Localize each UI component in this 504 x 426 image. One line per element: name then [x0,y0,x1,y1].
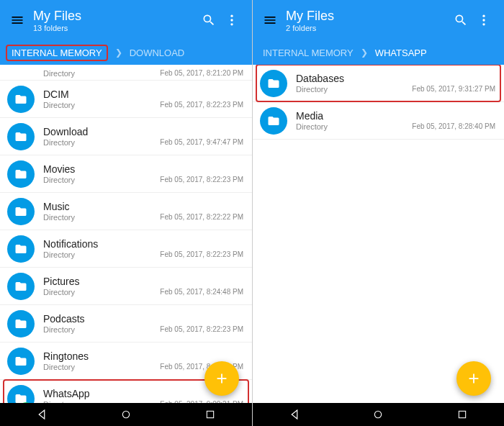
folder-icon [7,310,35,337]
breadcrumb-internal-memory[interactable]: INTERNAL MEMORY [263,47,354,58]
svg-rect-4 [207,411,213,417]
row-date: Feb 05, 2017, 9:47:47 PM [160,138,243,147]
fab-add[interactable] [204,361,239,396]
row-date: Feb 05, 2017, 8:22:22 PM [160,213,243,222]
svg-point-1 [230,19,233,21]
folder-icon [7,273,35,300]
list-item[interactable]: DatabasesDirectoryFeb 05, 2017, 9:31:27 … [253,65,504,102]
row-name: DCIM [43,89,243,100]
row-type: Directory [43,101,75,109]
svg-point-3 [122,411,129,417]
row-name: Music [43,201,243,212]
folder-icon [7,160,35,188]
folder-icon [260,107,287,135]
menu-icon[interactable] [6,13,29,27]
appbar-title: My Files [286,9,449,24]
breadcrumb-whatsapp[interactable]: WHATSAPP [375,47,427,58]
row-date: Feb 05, 2017, 9:31:27 PM [412,85,495,94]
svg-point-5 [482,15,485,17]
list-item[interactable]: PodcastsDirectoryFeb 05, 2017, 8:22:23 P… [0,305,252,343]
row-type: Directory [43,325,75,334]
panel-right: My Files 2 folders INTERNAL MEMORY ❯ WHA… [252,0,504,426]
nav-back-icon[interactable] [273,408,316,421]
breadcrumb-internal-memory[interactable]: INTERNAL MEMORY [6,45,108,61]
row-type: Directory [43,250,75,259]
nav-recent-icon[interactable] [441,409,484,420]
fab-add[interactable] [456,361,491,396]
svg-point-8 [375,411,382,417]
nav-back-icon[interactable] [20,408,63,421]
svg-point-2 [230,23,233,25]
appbar: My Files 2 folders [253,0,504,40]
row-type: Directory [43,138,75,147]
panel-left: My Files 13 folders INTERNAL MEMORY ❯ DO… [0,0,252,426]
appbar-subtitle: 13 folders [33,24,197,32]
search-icon[interactable] [449,13,472,27]
row-date: Feb 05, 2017, 8:24:48 PM [160,288,243,296]
breadcrumbs: INTERNAL MEMORY ❯ WHATSAPP [253,40,504,65]
nav-home-icon[interactable] [104,409,148,420]
list-item[interactable]: MusicDirectoryFeb 05, 2017, 8:22:22 PM [0,193,252,230]
svg-rect-9 [459,411,465,417]
breadcrumb-download[interactable]: DOWNLOAD [130,47,185,58]
row-type: Directory [296,85,328,94]
search-icon[interactable] [197,13,220,27]
menu-icon[interactable] [258,13,282,27]
row-date: Feb 05, 2017, 8:21:20 PM [160,69,243,78]
row-date: Feb 05, 2017, 8:28:40 PM [412,122,495,131]
list-item[interactable]: PicturesDirectoryFeb 05, 2017, 8:24:48 P… [0,268,252,305]
row-name: Media [296,110,495,122]
row-name: Notifications [43,238,243,250]
folder-icon [7,235,35,263]
list-item[interactable]: MoviesDirectoryFeb 05, 2017, 8:22:23 PM [0,155,252,193]
row-name: Databases [296,73,495,84]
folder-icon [7,348,35,375]
svg-point-7 [482,23,485,25]
appbar-title-block: My Files 2 folders [286,9,449,32]
row-name: Download [43,126,243,137]
breadcrumbs: INTERNAL MEMORY ❯ DOWNLOAD [0,40,252,65]
folder-icon [7,198,35,225]
row-date: Feb 05, 2017, 8:22:23 PM [160,325,243,334]
row-date: Feb 05, 2017, 8:22:23 PM [160,101,243,109]
list-item[interactable]: DCIMDirectoryFeb 05, 2017, 8:22:23 PM [0,81,252,118]
appbar-title-block: My Files 13 folders [33,9,197,32]
folder-icon [7,86,35,113]
more-icon[interactable] [220,13,243,27]
more-icon[interactable] [472,13,495,27]
list-item[interactable]: DownloadDirectoryFeb 05, 2017, 9:47:47 P… [0,118,252,155]
row-name: Ringtones [43,350,243,362]
row-type: Directory [296,122,328,131]
android-navbar [0,403,252,426]
row-type: Directory [43,176,75,184]
nav-home-icon[interactable] [356,409,400,420]
svg-point-0 [230,15,233,17]
row-date: Feb 05, 2017, 8:22:23 PM [160,250,243,259]
android-navbar [253,403,504,426]
row-name: Pictures [43,276,243,287]
appbar-title: My Files [33,9,197,24]
row-type: Directory [43,363,75,371]
appbar-subtitle: 2 folders [286,24,449,32]
row-type: Directory [43,288,75,296]
list-item[interactable]: NotificationsDirectoryFeb 05, 2017, 8:22… [0,230,252,268]
folder-icon [7,123,35,150]
appbar: My Files 13 folders [0,0,252,40]
row-type: Directory [43,69,75,78]
row-type: Directory [43,213,75,222]
chevron-right-icon: ❯ [115,47,122,58]
chevron-right-icon: ❯ [361,47,368,58]
row-date: Feb 05, 2017, 8:22:23 PM [160,176,243,184]
list-item[interactable]: DirectoryFeb 05, 2017, 8:21:20 PM [0,65,252,81]
svg-point-6 [482,19,485,21]
row-name: Movies [43,163,243,175]
nav-recent-icon[interactable] [189,409,232,420]
folder-icon [260,70,287,97]
list-item[interactable]: MediaDirectoryFeb 05, 2017, 8:28:40 PM [253,102,504,140]
row-name: Podcasts [43,313,243,325]
